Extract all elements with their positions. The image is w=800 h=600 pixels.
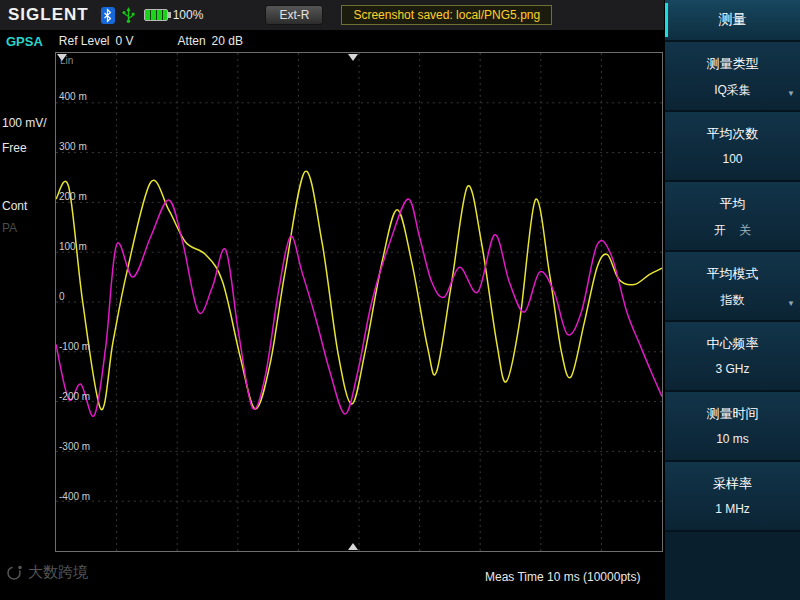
y-axis-label: 0 — [59, 291, 65, 302]
softkey-meas-type[interactable]: 测量类型 IQ采集 ▼ — [665, 42, 800, 112]
menu-sidebar: 测量 测量类型 IQ采集 ▼ 平均次数 100 平均 开 关 平均模式 指数 ▼… — [665, 0, 800, 600]
softkey-center-freq[interactable]: 中心频率 3 GHz — [665, 322, 800, 392]
dropdown-arrow-icon: ▼ — [787, 299, 795, 308]
y-axis-label: -400 m — [59, 491, 90, 502]
mode-indicator: GPSA — [6, 34, 43, 49]
battery-icon — [144, 9, 168, 21]
watermark-logo-icon — [6, 564, 23, 581]
preamp-label: PA — [2, 221, 17, 235]
menu-accent-bar — [665, 3, 668, 37]
top-trigger-marker-icon[interactable] — [348, 54, 358, 61]
toggle-off-option[interactable]: 关 — [739, 223, 751, 237]
y-axis-label: 400 m — [59, 91, 87, 102]
ref-level-value: 0 V — [116, 34, 134, 48]
softkey-avg-toggle[interactable]: 平均 开 关 — [665, 182, 800, 252]
top-status-bar: SIGLENT 100% Ext-R Scre — [0, 0, 664, 30]
bluetooth-icon — [101, 7, 115, 24]
softkey-sample-rate[interactable]: 采样率 1 MHz — [665, 462, 800, 532]
y-axis-label: 100 m — [59, 241, 87, 252]
y-axis-label: -300 m — [59, 441, 90, 452]
notification-message: Screenshot saved: local/PNG5.png — [341, 5, 552, 25]
sweep-mode-label: Cont — [2, 199, 27, 213]
atten-value: 20 dB — [212, 34, 243, 48]
trace-1-yellow — [56, 171, 662, 410]
atten-label: Atten — [178, 34, 206, 48]
trace-canvas — [56, 53, 662, 551]
toggle-on-option[interactable]: 开 — [714, 223, 726, 237]
watermark: 大数跨境 — [6, 563, 88, 582]
measurement-info-row: GPSA Ref Level 0 V Atten 20 dB — [0, 30, 664, 52]
dropdown-arrow-icon: ▼ — [787, 89, 795, 98]
vertical-scale-label: 100 mV/ — [2, 116, 47, 130]
meas-time-status: Meas Time 10 ms (10000pts) — [485, 570, 640, 584]
usb-icon — [121, 7, 136, 23]
softkey-avg-mode[interactable]: 平均模式 指数 ▼ — [665, 252, 800, 322]
y-axis-label: 200 m — [59, 191, 87, 202]
trace-start-marker-icon — [57, 54, 67, 61]
brand-logo: SIGLENT — [8, 5, 89, 25]
softkey-avg-count[interactable]: 平均次数 100 — [665, 112, 800, 182]
y-axis-label: -100 m — [59, 341, 90, 352]
battery-percentage: 100% — [173, 8, 204, 22]
trigger-mode-label: Free — [2, 141, 27, 155]
watermark-text: 大数跨境 — [28, 563, 88, 582]
bottom-trigger-marker-icon[interactable] — [348, 543, 358, 550]
y-axis-label: -200 m — [59, 391, 90, 402]
ext-ref-indicator: Ext-R — [265, 5, 323, 25]
main-area: SIGLENT 100% Ext-R Scre — [0, 0, 664, 600]
ref-level-label: Ref Level — [59, 34, 110, 48]
menu-title: 测量 — [665, 0, 800, 42]
softkey-meas-time[interactable]: 测量时间 10 ms — [665, 392, 800, 462]
waveform-plot[interactable]: Lin 400 m 300 m 200 m 100 m 0 -100 m -20… — [55, 52, 663, 552]
y-axis-label: 300 m — [59, 141, 87, 152]
analyzer-screen: SIGLENT 100% Ext-R Scre — [0, 0, 800, 600]
